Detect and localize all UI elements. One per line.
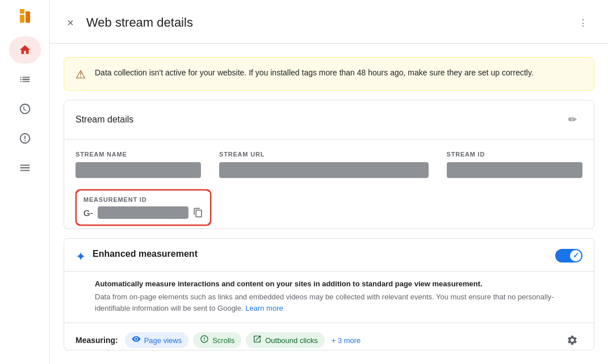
stream-details-card: Stream details ✏ STREAM NAME STREAM URL (64, 100, 594, 229)
enhanced-measurement-title: Enhanced measurement (93, 249, 198, 259)
chip-outbound-clicks-label: Outbound clicks (265, 336, 318, 345)
stream-id-field: STREAM ID (447, 151, 582, 178)
app-logo (14, 5, 36, 27)
settings-button[interactable] (562, 330, 582, 350)
stream-url-label: STREAM URL (219, 151, 428, 158)
stream-name-field: STREAM NAME (76, 151, 201, 178)
stream-fields: STREAM NAME STREAM URL STREAM ID (64, 139, 594, 229)
chip-page-views[interactable]: Page views (125, 332, 188, 348)
learn-more-link[interactable]: Learn more (245, 304, 283, 312)
enhanced-toggle[interactable]: ✓ (555, 249, 582, 263)
more-metrics-link[interactable]: + 3 more (332, 336, 361, 345)
measuring-label: Measuring: (76, 336, 118, 345)
measurement-id-box: MEASUREMENT ID G- (76, 189, 211, 226)
measuring-bar: Measuring: Page views Scrolls (64, 323, 594, 350)
chip-outbound-clicks[interactable]: Outbound clicks (246, 332, 325, 348)
warning-text: Data collection isn't active for your we… (95, 67, 534, 79)
stream-details-header: Stream details ✏ (64, 100, 594, 139)
more-options-button[interactable]: ⋮ (572, 11, 594, 34)
stream-url-field: STREAM URL (219, 151, 428, 178)
main-area: × Web stream details ⋮ ⚠ Data collection… (50, 0, 608, 364)
measurement-id-value-row: G- (83, 206, 203, 219)
toggle-check-icon: ✓ (573, 251, 579, 260)
sparkle-icon: ✦ (76, 249, 86, 264)
stream-details-title: Stream details (76, 115, 133, 125)
enhanced-toggle-container: ✓ (555, 249, 582, 263)
stream-row-1: STREAM NAME STREAM URL STREAM ID (76, 151, 582, 178)
enhanced-measurement-header: ✦ Enhanced measurement ✓ (64, 239, 594, 272)
stream-name-value (76, 162, 201, 178)
measurement-id-label: MEASUREMENT ID (83, 196, 203, 203)
sidebar (0, 0, 50, 364)
measurement-id-field: MEASUREMENT ID G- (76, 189, 211, 226)
enhanced-measurement-body: Automatically measure interactions and c… (64, 272, 594, 323)
measurement-id-blur (98, 206, 188, 219)
modal-title: Web stream details (86, 15, 572, 30)
sidebar-item-home[interactable] (9, 36, 41, 64)
modal-header: × Web stream details ⋮ (50, 0, 608, 44)
enhanced-description: Automatically measure interactions and c… (95, 278, 582, 290)
modal-overlay: × Web stream details ⋮ ⚠ Data collection… (50, 0, 608, 364)
enhanced-sub-text: Data from on-page elements such as links… (95, 291, 582, 314)
chip-scrolls[interactable]: Scrolls (193, 332, 241, 348)
edit-button[interactable]: ✏ (562, 109, 582, 130)
close-button[interactable]: × (64, 16, 77, 29)
sidebar-item-explore[interactable] (9, 95, 41, 122)
scrolls-icon (200, 335, 209, 346)
warning-banner: ⚠ Data collection isn't active for your … (64, 57, 594, 91)
g-prefix: G- (83, 208, 93, 218)
page-views-icon (132, 335, 141, 346)
sidebar-item-reports[interactable] (9, 66, 41, 93)
stream-id-label: STREAM ID (447, 151, 582, 158)
sidebar-item-advertising[interactable] (9, 125, 41, 152)
outbound-clicks-icon (253, 335, 262, 346)
copy-button[interactable] (193, 208, 203, 218)
warning-icon: ⚠ (76, 67, 86, 81)
modal-body: ⚠ Data collection isn't active for your … (50, 44, 608, 364)
stream-row-2: MEASUREMENT ID G- (76, 189, 582, 226)
stream-url-value (219, 162, 428, 178)
enhanced-measurement-card: ✦ Enhanced measurement ✓ Automatically m… (64, 238, 594, 350)
chip-scrolls-label: Scrolls (212, 336, 234, 345)
stream-id-value (447, 162, 582, 178)
sidebar-item-configure[interactable] (9, 154, 41, 181)
stream-name-label: STREAM NAME (76, 151, 201, 158)
chip-page-views-label: Page views (144, 336, 182, 345)
toggle-knob: ✓ (570, 250, 581, 261)
